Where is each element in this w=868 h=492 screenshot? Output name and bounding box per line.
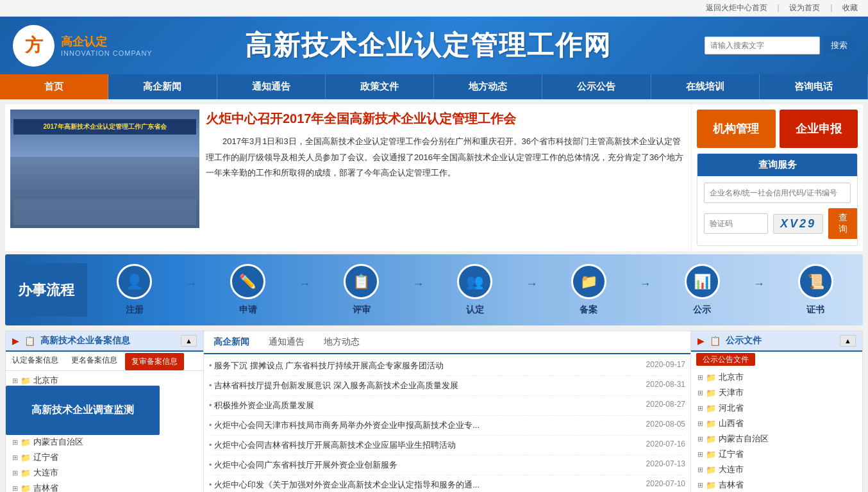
pub-tree-item[interactable]: ⊞📁河北省: [694, 400, 859, 416]
hero-image: 2017年高新技术企业认定管理工作广东省会: [10, 110, 199, 228]
search-area: 搜索: [705, 37, 855, 54]
process-label: 办事流程: [5, 263, 87, 316]
step-review: 📋 评审: [344, 264, 379, 316]
logo-fang: 方: [25, 37, 43, 54]
news-tab-news[interactable]: 高企新闻: [204, 331, 259, 354]
site-title: 高新技术企业认定管理工作网: [153, 28, 705, 63]
logo-title: 高企认定 INNOVATION COMPANY: [61, 34, 153, 57]
pub-panel-icon: ▶: [697, 336, 705, 346]
tree-item[interactable]: ⊞📁辽宁省: [9, 450, 200, 465]
sub-tab-reaudit[interactable]: 复审备案信息: [125, 353, 184, 370]
step-certify: 👥 认定: [457, 264, 492, 316]
pub-tree-item[interactable]: ⊞📁吉林省: [694, 477, 859, 492]
arrow-4: →: [526, 277, 537, 291]
captcha-input[interactable]: [704, 213, 768, 234]
pub-tree-item[interactable]: ⊞📁山西省: [694, 416, 859, 431]
company-search-input[interactable]: [704, 183, 851, 203]
bottom-panels: ▶ 📋 高新技术企业备案信息 ▲ 认定备案信息 更名备案信息 复审备案信息 ⊞📁…: [5, 331, 863, 492]
news-list: 服务下沉 摆摊设点 广东省科技厅持续开展高企专家服务团活动 2020-09-17…: [204, 354, 690, 492]
pub-panel-title: 公示文件: [726, 335, 762, 347]
nav-item-policy[interactable]: 政策文件: [326, 74, 434, 99]
nav-item-notice[interactable]: 通知通告: [217, 74, 326, 99]
hero-description: 2017年3月1日和3日，全国高新技术企业认定管理工作会分别在广州和重庆召开。3…: [206, 134, 686, 181]
search-input[interactable]: [705, 37, 820, 54]
nav-item-training[interactable]: 在线培训: [651, 74, 760, 99]
news-item-2[interactable]: 积极推外资企业高质量发展 2020-08-27: [209, 396, 685, 416]
tree-item[interactable]: ⊞📁吉林省: [9, 480, 200, 492]
captcha-image: XV29: [773, 214, 823, 234]
step-register: 👤 注册: [117, 264, 152, 316]
sub-tab-rename[interactable]: 更名备案信息: [65, 352, 124, 370]
info-panel-title: 高新技术企业备案信息: [40, 335, 130, 347]
link-bookmark[interactable]: 收藏: [842, 3, 858, 12]
pub-tree-item[interactable]: ⊞📁内蒙古自治区: [694, 431, 859, 447]
hero-title: 火炬中心召开2017年全国高新技术企业认定管理工作会: [206, 110, 686, 127]
logo: 方 高企认定 INNOVATION COMPANY: [13, 25, 153, 67]
hero-content: 火炬中心召开2017年全国高新技术企业认定管理工作会 2017年3月1日和3日，…: [206, 110, 686, 246]
nav-item-public[interactable]: 公示公告: [542, 74, 651, 99]
tree-item[interactable]: ⊞📁内蒙古自治区: [9, 434, 200, 450]
info-panel-icon: ▶: [12, 336, 19, 346]
arrow-3: →: [412, 277, 424, 291]
news-panel: 高企新闻 通知通告 地方动态 服务下沉 摆摊设点 广东省科技厅持续开展高企专家服…: [204, 331, 691, 492]
news-item-5[interactable]: 火炬中心会同广东省科技厅开展外资企业创新服务 2020-07-13: [209, 455, 685, 475]
step-publicize: 📊 公示: [685, 264, 720, 316]
query-title: 查询服务: [697, 154, 857, 176]
tree-item[interactable]: ⊞📁大连市: [9, 465, 200, 480]
link-return[interactable]: 返回火炬中心首页: [706, 3, 767, 12]
query-section: 查询服务 XV29 查 询: [697, 153, 858, 246]
pub-scroll-up-btn[interactable]: ▲: [840, 335, 856, 347]
company-apply-button[interactable]: 企业申报: [780, 110, 858, 148]
news-item-4[interactable]: 火炬中心会同吉林省科技厅开展高新技术企业应届毕业生招聘活动 2020-07-16: [209, 436, 685, 455]
pub-tree-item[interactable]: ⊞📁天津市: [694, 385, 859, 400]
info-icon-decoration: 📋: [24, 336, 35, 346]
info-sub-tabs: 认定备案信息 更名备案信息 复审备案信息: [6, 352, 203, 371]
news-tab-notice[interactable]: 通知通告: [259, 331, 314, 353]
nav-item-news[interactable]: 高企新闻: [108, 74, 217, 99]
arrow-2: →: [299, 277, 310, 291]
nav-item-consult[interactable]: 咨询电话: [760, 74, 868, 99]
logo-cn-text: 高企认定: [61, 34, 153, 49]
news-tab-local[interactable]: 地方动态: [314, 331, 369, 353]
sub-tab-register[interactable]: 认定备案信息: [6, 352, 65, 370]
agency-management-button[interactable]: 机构管理: [697, 110, 776, 148]
search-button[interactable]: 搜索: [823, 37, 855, 54]
news-item-0[interactable]: 服务下沉 摆摊设点 广东省科技厅持续开展高企专家服务团活动 2020-09-17: [209, 356, 685, 376]
pub-tree-item[interactable]: ⊞📁北京市: [694, 370, 859, 385]
top-bar: 返回火炬中心首页 ｜ 设为首页 ｜ 收藏: [0, 0, 868, 17]
arrow-6: →: [753, 277, 765, 291]
step-certificate: 📜 证书: [798, 264, 833, 316]
pub-sub-tab-row: 公示公告文件: [691, 352, 862, 368]
pub-sub-tab[interactable]: 公示公告文件: [696, 353, 755, 366]
news-item-1[interactable]: 吉林省科技厅提升创新发展意识 深入服务高新技术企业高质量发展 2020-08-3…: [209, 376, 685, 396]
arrow-5: →: [640, 277, 651, 291]
news-tabs: 高企新闻 通知通告 地方动态: [204, 331, 690, 354]
arrow-1: →: [185, 277, 197, 291]
info-panel: ▶ 📋 高新技术企业备案信息 ▲ 认定备案信息 更名备案信息 复审备案信息 ⊞📁…: [5, 331, 204, 492]
logo-circle: 方: [13, 25, 54, 67]
step-archive: 📁 备案: [571, 264, 606, 316]
news-item-6[interactable]: 火炬中心印发《关于加强对外资企业高新技术企业认定指导和服务的通... 2020-…: [209, 475, 685, 492]
pub-tree-item[interactable]: ⊞📁辽宁省: [694, 447, 859, 462]
nav-item-local[interactable]: 地方动态: [434, 74, 542, 99]
news-item-3[interactable]: 火炬中心会同天津市科技局市商务局举办外资企业申报高新技术企业专... 2020-…: [209, 416, 685, 436]
process-section: 办事流程 👤 注册 → ✏️ 申请 → 📋 评审 → 👥: [5, 254, 863, 325]
header: 方 高企认定 INNOVATION COMPANY 高新技术企业认定管理工作网 …: [0, 17, 868, 74]
logo-en-text: INNOVATION COMPANY: [61, 49, 153, 57]
link-homepage[interactable]: 设为首页: [789, 3, 820, 12]
scroll-up-btn[interactable]: ▲: [181, 335, 197, 347]
navigation: 首页 高企新闻 通知通告 政策文件 地方动态 公示公告 在线培训 咨询电话: [0, 74, 868, 99]
pub-tree-item[interactable]: ⊞📁大连市: [694, 462, 859, 477]
pub-city-tree[interactable]: ⊞📁北京市 ⊞📁天津市 ⊞📁河北省 ⊞📁山西省 ⊞📁内蒙古自治区 ⊞📁辽宁省 ⊞…: [691, 368, 862, 492]
pub-panel: ▶ 📋 公示文件 ▲ 公示公告文件 ⊞📁北京市 ⊞📁天津市 ⊞📁河北省 ⊞📁山西…: [691, 331, 863, 492]
query-button[interactable]: 查 询: [828, 208, 858, 239]
step-apply: ✏️ 申请: [230, 264, 265, 316]
survey-popup[interactable]: 高新技术企业调查监测: [6, 386, 160, 435]
pub-icon-decoration: 📋: [710, 336, 721, 346]
nav-item-home[interactable]: 首页: [0, 74, 108, 99]
